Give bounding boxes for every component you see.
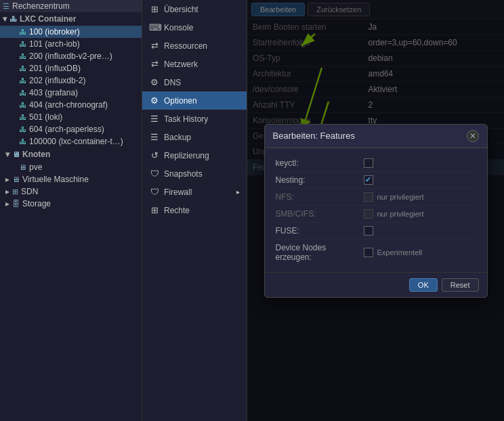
datacenter-icon: ☰ bbox=[3, 2, 9, 11]
nav-firewall-label: Firewall bbox=[164, 187, 192, 197]
dialog-field-control bbox=[364, 158, 373, 168]
nav-ressourcen-label: Ressourcen bbox=[164, 41, 207, 51]
ressourcen-icon: ⇄ bbox=[149, 41, 160, 51]
dialog-field-control: nur privilegiert bbox=[364, 192, 424, 202]
nav-item-netzwerk[interactable]: ⇄ Netzwerk bbox=[142, 55, 247, 73]
dialog-field-label: SMB/CIFS: bbox=[276, 209, 364, 219]
sidebar-item-sdn[interactable]: ▸ ⊞ SDN bbox=[0, 185, 142, 198]
sidebar-item-604[interactable]: 🖧 604 (arch-paperless) bbox=[0, 123, 142, 135]
sidebar-item-404[interactable]: 🖧 404 (arch-chronograf) bbox=[0, 99, 142, 111]
sidebar-item-100-iobroker[interactable]: 🖧 100 (iobroker) bbox=[0, 26, 142, 38]
lxc-container-label: LXC Container bbox=[20, 14, 76, 24]
dialog-overlay: Bearbeiten: Features ✕ keyctl:Nesting:✔N… bbox=[247, 0, 504, 421]
container-icon-100: 🖧 bbox=[19, 28, 26, 36]
dialog-field-control: Experimentell bbox=[364, 248, 423, 257]
nav-ubersicht-label: Übersicht bbox=[164, 5, 198, 14]
label-501: 501 (loki) bbox=[29, 112, 62, 122]
firewall-icon: 🛡 bbox=[149, 187, 160, 197]
nav-item-firewall[interactable]: 🛡 Firewall ▸ bbox=[142, 183, 247, 201]
dialog-field-control: ✔ bbox=[364, 175, 373, 185]
features-dialog: Bearbeiten: Features ✕ keyctl:Nesting:✔N… bbox=[264, 124, 488, 298]
ubersicht-icon: ⊞ bbox=[149, 4, 160, 14]
dialog-reset-button[interactable]: Reset bbox=[442, 278, 479, 292]
dialog-field-extra: nur privilegiert bbox=[377, 193, 424, 201]
container-icon-101: 🖧 bbox=[19, 40, 26, 48]
container-icon-604: 🖧 bbox=[19, 125, 26, 133]
container-icon-404: 🖧 bbox=[19, 101, 26, 109]
sidebar-item-pve[interactable]: 🖥 pve bbox=[0, 161, 142, 173]
nav-item-task-history[interactable]: ☰ Task History bbox=[142, 110, 247, 128]
nav-item-rechte[interactable]: ⊞ Rechte bbox=[142, 201, 247, 219]
task-history-icon: ☰ bbox=[149, 114, 160, 124]
nav-item-optionen[interactable]: ⚙ Optionen bbox=[142, 91, 247, 110]
dialog-checkbox[interactable] bbox=[364, 158, 373, 168]
storage-icon: 🗄 bbox=[12, 200, 20, 208]
snapshots-icon: 🛡 bbox=[149, 169, 160, 179]
container-icon-100000: 🖧 bbox=[19, 137, 26, 146]
nav-item-backup[interactable]: ☰ Backup bbox=[142, 128, 247, 146]
sidebar-item-lxc-container[interactable]: ▾ 🖧 LXC Container bbox=[0, 12, 142, 26]
dialog-field-row: Device Nodes erzeugen:Experimentell bbox=[276, 240, 476, 265]
sidebar-item-100000[interactable]: 🖧 100000 (lxc-container-t…) bbox=[0, 135, 142, 148]
dialog-field-row: NFS:nur privilegiert bbox=[276, 189, 476, 206]
nav-item-snapshots[interactable]: 🛡 Snapshots bbox=[142, 164, 247, 183]
nav-item-dns[interactable]: ⚙ DNS bbox=[142, 73, 247, 91]
nav-item-replizierung[interactable]: ↺ Replizierung bbox=[142, 146, 247, 164]
dialog-checkbox[interactable] bbox=[364, 226, 373, 236]
dialog-close-button[interactable]: ✕ bbox=[467, 130, 479, 142]
label-604: 604 (arch-paperless) bbox=[29, 125, 104, 134]
replizierung-icon: ↺ bbox=[149, 150, 160, 160]
sidebar-item-101[interactable]: 🖧 101 (arch-iob) bbox=[0, 38, 142, 50]
nav-item-konsole[interactable]: ⌨ Konsole bbox=[142, 18, 247, 37]
dialog-field-label: NFS: bbox=[276, 192, 364, 202]
dialog-ok-button[interactable]: OK bbox=[409, 278, 438, 292]
nav-item-ressourcen[interactable]: ⇄ Ressourcen bbox=[142, 37, 247, 55]
chevron-vm-icon: ▸ bbox=[5, 175, 9, 184]
container-icon-200: 🖧 bbox=[19, 52, 26, 60]
chevron-storage-icon: ▸ bbox=[5, 199, 9, 208]
nav-item-ubersicht[interactable]: ⊞ Übersicht bbox=[142, 0, 247, 18]
label-200: 200 (influxdb-v2-pre…) bbox=[29, 51, 112, 61]
dialog-checkbox bbox=[364, 192, 373, 202]
dialog-title: Bearbeiten: Features bbox=[273, 131, 355, 141]
sidebar-item-storage[interactable]: ▸ 🗄 Storage bbox=[0, 198, 142, 210]
content-panel: Bearbeiten Zurücksetzen Beim Booten star… bbox=[247, 0, 504, 421]
sidebar-item-501[interactable]: 🖧 501 (loki) bbox=[0, 111, 142, 123]
sidebar-item-rechenzentrum[interactable]: ☰ Rechenzentrum bbox=[0, 0, 142, 12]
dialog-field-label: keyctl: bbox=[276, 158, 364, 168]
dialog-field-control bbox=[364, 226, 373, 236]
dialog-checkbox[interactable]: ✔ bbox=[364, 175, 373, 185]
sidebar-item-vm[interactable]: ▸ 🖥 Virtuelle Maschine bbox=[0, 173, 142, 185]
label-201: 201 (influxDB) bbox=[29, 64, 81, 73]
dialog-field-row: SMB/CIFS:nur privilegiert bbox=[276, 206, 476, 223]
nav-backup-label: Backup bbox=[164, 133, 191, 142]
dialog-field-extra: Experimentell bbox=[377, 248, 423, 257]
pve-icon: 🖥 bbox=[19, 163, 26, 171]
nav-netzwerk-label: Netzwerk bbox=[164, 60, 198, 69]
sidebar-item-202[interactable]: 🖧 202 (influxdb-2) bbox=[0, 74, 142, 87]
chevron-knoten-icon: ▾ bbox=[5, 150, 9, 159]
label-403: 403 (grafana) bbox=[29, 88, 78, 97]
sidebar-item-201[interactable]: 🖧 201 (influxDB) bbox=[0, 62, 142, 74]
label-100000: 100000 (lxc-container-t…) bbox=[29, 137, 123, 146]
knoten-label: Knoten bbox=[22, 150, 50, 159]
nav-dns-label: DNS bbox=[164, 78, 181, 87]
vm-icon: 🖥 bbox=[12, 175, 20, 183]
dialog-checkbox bbox=[364, 209, 373, 219]
sidebar-item-knoten[interactable]: ▾ 🖥 Knoten bbox=[0, 148, 142, 161]
chevron-down-icon: ▾ bbox=[3, 14, 7, 24]
dialog-field-label: FUSE: bbox=[276, 226, 364, 236]
nav-snapshots-label: Snapshots bbox=[164, 169, 203, 179]
dialog-checkbox[interactable] bbox=[364, 248, 373, 257]
dialog-field-label: Device Nodes erzeugen: bbox=[276, 243, 364, 262]
sidebar-item-200[interactable]: 🖧 200 (influxdb-v2-pre…) bbox=[0, 50, 142, 62]
dialog-field-control: nur privilegiert bbox=[364, 209, 424, 219]
container-icon-201: 🖧 bbox=[19, 64, 26, 72]
container-icon-202: 🖧 bbox=[19, 76, 26, 85]
konsole-icon: ⌨ bbox=[149, 22, 160, 32]
vm-label: Virtuelle Maschine bbox=[22, 175, 89, 184]
storage-label: Storage bbox=[22, 199, 51, 208]
dialog-header: Bearbeiten: Features ✕ bbox=[265, 125, 487, 148]
sidebar-item-403[interactable]: 🖧 403 (grafana) bbox=[0, 87, 142, 99]
optionen-icon: ⚙ bbox=[149, 95, 160, 106]
